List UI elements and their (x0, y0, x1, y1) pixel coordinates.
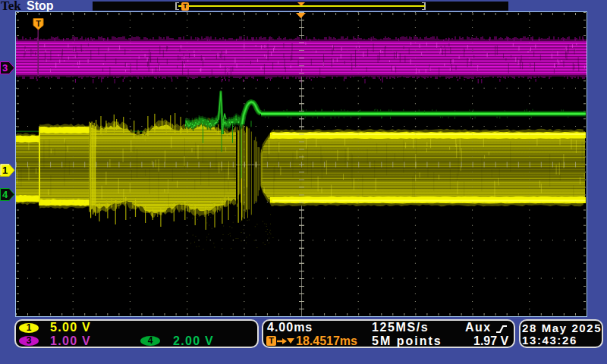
svg-text:4: 4 (2, 189, 8, 200)
svg-text:3: 3 (2, 62, 8, 74)
svg-text:T: T (36, 19, 41, 28)
svg-text:1: 1 (2, 165, 8, 176)
